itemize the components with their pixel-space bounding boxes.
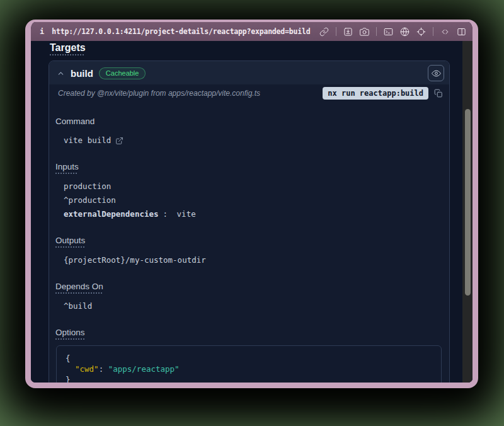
code-icon[interactable]	[440, 27, 450, 37]
targets-heading-text[interactable]: Targets	[50, 42, 86, 53]
json-key: "cwd"	[75, 364, 99, 374]
eye-icon	[432, 69, 441, 78]
copy-icon	[434, 89, 443, 98]
toolbar-divider	[376, 27, 377, 36]
input-value: vite	[177, 209, 196, 220]
scrollbar-thumb[interactable]	[465, 109, 471, 296]
globe-icon[interactable]	[400, 27, 410, 37]
inputs-section: Inputs production ^production externalDe…	[55, 161, 442, 220]
toolbar-icon-group	[319, 27, 466, 37]
camera-icon[interactable]	[360, 27, 369, 37]
capture-icon[interactable]	[343, 27, 353, 37]
cacheable-badge: Cacheable	[99, 67, 146, 79]
options-label[interactable]: Options	[55, 328, 85, 337]
depends-on-label[interactable]: Depends On	[55, 282, 103, 291]
browser-window: i http://127.0.0.1:4211/project-details/…	[25, 20, 478, 388]
command-label: Command	[55, 117, 442, 126]
depends-on-section: Depends On ^build	[55, 280, 442, 312]
split-panel-icon[interactable]	[457, 27, 466, 37]
json-separator: :	[99, 364, 108, 374]
code-line: {	[66, 353, 432, 364]
view-target-graph-button[interactable]	[428, 65, 444, 81]
build-target-card: build Cacheable Created by @nx/vite/plug…	[49, 60, 450, 383]
project-details-view: Targets build Cacheable Created by @nx/v…	[31, 41, 462, 383]
copy-command-button[interactable]	[434, 89, 443, 98]
depends-on-item: ^build	[55, 301, 442, 312]
output-item: {projectRoot}/my-custom-outdir	[55, 255, 442, 266]
desktop-background: i http://127.0.0.1:4211/project-details/…	[0, 0, 504, 426]
input-item-external-deps: externalDependencies: vite	[55, 209, 442, 220]
external-link-icon[interactable]	[115, 137, 123, 145]
build-target-header[interactable]: build Cacheable	[49, 61, 449, 84]
page-content: Targets build Cacheable Created by @nx/v…	[31, 41, 472, 383]
toolbar-divider	[336, 27, 336, 36]
command-value: vite build	[55, 135, 442, 146]
address-bar-url[interactable]: http://127.0.0.1:4211/project-details/re…	[52, 27, 310, 36]
run-command-chip: nx run reactapp:build	[323, 87, 428, 100]
scrollbar-track[interactable]	[462, 41, 472, 383]
outputs-section: Outputs {projectRoot}/my-custom-outdir	[55, 234, 442, 266]
build-target-subheader: Created by @nx/vite/plugin from apps/rea…	[49, 84, 449, 105]
targets-heading: Targets	[50, 42, 86, 54]
link-icon[interactable]	[319, 27, 329, 37]
command-text: vite build	[64, 135, 111, 146]
options-section: Options { "cwd": "apps/reactapp" }	[55, 326, 442, 383]
toolbar-divider	[433, 27, 433, 36]
code-line: "cwd": "apps/reactapp"	[66, 364, 432, 374]
browser-toolbar: i http://127.0.0.1:4211/project-details/…	[31, 22, 472, 41]
chevron-up-icon[interactable]	[57, 69, 65, 78]
crosshair-icon[interactable]	[416, 27, 426, 37]
input-separator: :	[163, 209, 173, 220]
options-code-block: { "cwd": "apps/reactapp" }	[56, 345, 442, 383]
code-line: }	[66, 374, 432, 383]
input-item: ^production	[55, 195, 442, 206]
input-key: externalDependencies	[64, 209, 159, 220]
created-by-text: Created by @nx/vite/plugin from apps/rea…	[58, 89, 260, 98]
outputs-label[interactable]: Outputs	[55, 236, 85, 245]
build-target-details: Command vite build Inputs production ^pr…	[49, 117, 449, 383]
input-item: production	[55, 181, 442, 192]
target-name: build	[71, 68, 93, 79]
json-value: "apps/reactapp"	[108, 364, 180, 374]
inputs-label[interactable]: Inputs	[55, 162, 79, 171]
info-icon[interactable]: i	[40, 27, 44, 36]
terminal-icon[interactable]	[384, 27, 393, 37]
